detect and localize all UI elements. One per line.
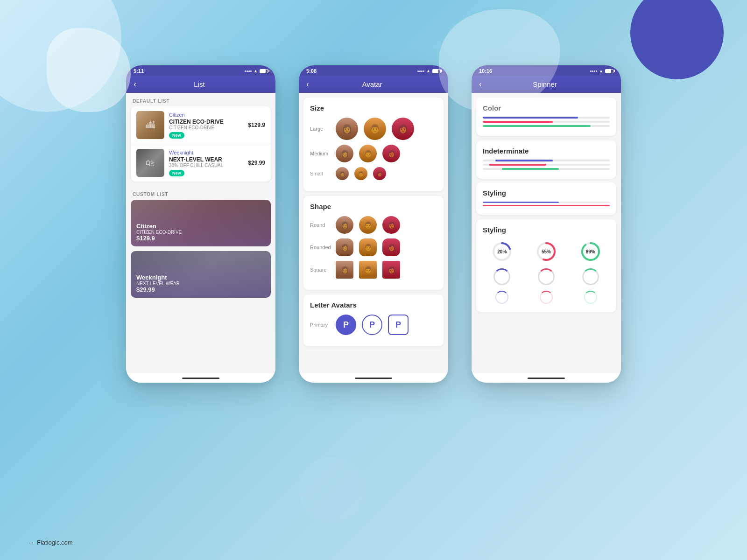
shape-title: Shape: [310, 203, 437, 210]
spinner-cell-blue: [483, 268, 521, 285]
size-small-label: Small: [310, 171, 336, 176]
color-bar-blue-track: [483, 117, 610, 119]
color-bar-green-track: [483, 125, 610, 127]
list-info-citizen: Citizen CITIZEN ECO-DRIVE CITIZEN ECO-DR…: [169, 112, 248, 139]
bg-decoration-5: [299, 457, 364, 523]
color-title: Color: [483, 104, 610, 112]
spinner-cell-small-red: [527, 291, 566, 304]
custom-info-citizen: Citizen CITIZEN ECO-DRIVE $129.9: [136, 223, 182, 242]
list-content: DEFAULT LIST 🏙 Citizen CITIZEN ECO-DRIVE…: [126, 93, 275, 373]
footer-link-text: Flatlogic.com: [37, 539, 73, 546]
avatar-group-small: 👩 👨 👩: [336, 167, 386, 180]
nav-title-1: List: [142, 80, 257, 88]
avatar-md-woman2: 👩: [382, 145, 400, 162]
custom-price-citizen: $129.9: [136, 235, 182, 242]
custom-name-citizen: CITIZEN ECO-DRIVE: [136, 230, 182, 235]
spinner-cell-red: [527, 268, 566, 285]
avatar-lg-woman2: 👩: [392, 118, 414, 140]
avatar-sm-man: 👨: [354, 167, 367, 180]
ind-bar-green: [502, 168, 559, 170]
footer-arrow: →: [28, 539, 34, 546]
spinner-rotating-blue: [493, 268, 510, 285]
status-bar-2: 5:08 ▲: [299, 65, 448, 76]
custom-price-weeknight: $29.99: [136, 286, 180, 293]
section-default-label: DEFAULT LIST: [126, 93, 275, 106]
list-brand-citizen: Citizen: [169, 112, 248, 118]
letter-avatar-group: P P P: [336, 315, 409, 335]
wifi-icon-3: ▲: [599, 69, 603, 73]
footer: → Flatlogic.com: [28, 539, 73, 546]
back-button-2[interactable]: ‹: [306, 79, 309, 89]
list-name-weeknight: NEXT-LEVEL WEAR: [169, 156, 248, 163]
styling-bar-red-track: [483, 205, 610, 206]
shape-rounded-label: Rounded: [310, 245, 336, 250]
spinner-cell-green: [571, 268, 610, 285]
avatar-row-medium: Medium 👩 👨 👩: [310, 145, 437, 162]
custom-brand-weeknight: Weeknight: [136, 274, 180, 281]
avatar-content: Size Large 👩 👨 👩 Medium 👩 👨: [299, 93, 448, 373]
battery-icon-3: [605, 69, 613, 73]
styling-bottom-title: Styling: [483, 226, 610, 234]
custom-item-citizen[interactable]: Citizen CITIZEN ECO-DRIVE $129.9: [131, 200, 271, 246]
spinner-small-red: [540, 291, 553, 304]
shape-round-m: 👨: [359, 216, 377, 234]
avatar-group-rounded: 👩 👨 👩: [336, 238, 400, 256]
spinner-cell-small-blue: [483, 291, 521, 304]
circle-progress-20: 20%: [491, 240, 513, 263]
signal-icon-3: [590, 70, 597, 72]
spinner-grid: 20% 55%: [483, 238, 610, 306]
status-icons-3: ▲: [590, 69, 613, 73]
nav-title-3: Spinner: [487, 80, 602, 88]
styling-top-section: Styling: [476, 182, 616, 215]
list-item-citizen[interactable]: 🏙 Citizen CITIZEN ECO-DRIVE CITIZEN ECO-…: [131, 106, 271, 144]
size-large-label: Large: [310, 126, 336, 132]
spinner-cell-89: 89%: [571, 240, 610, 263]
home-indicator-2: [355, 378, 392, 379]
list-item-weeknight[interactable]: 🛍 Weeknight NEXT-LEVEL WEAR 30% OFF CHIL…: [131, 144, 271, 182]
spinner-content: Color Indeterminate: [472, 93, 621, 373]
back-button-1[interactable]: ‹: [134, 79, 136, 89]
phone-bottom-1: [126, 373, 275, 383]
styling-bar-blue: [483, 202, 559, 203]
list-sub-citizen: CITIZEN ECO-DRIVE: [169, 125, 248, 130]
badge-new-citizen: New: [169, 132, 184, 139]
phone-avatar: 5:08 ▲ ‹ Avatar Size Large 👩: [299, 65, 448, 383]
letter-primary-label: Primary: [310, 322, 336, 328]
shape-rounded-w2: 👩: [382, 238, 400, 256]
avatar-group-large: 👩 👨 👩: [336, 118, 414, 140]
avatar-group-medium: 👩 👨 👩: [336, 145, 400, 162]
spinner-cell-20: 20%: [483, 240, 521, 263]
default-list-card: 🏙 Citizen CITIZEN ECO-DRIVE CITIZEN ECO-…: [131, 106, 271, 182]
list-thumb-weeknight: 🛍: [136, 149, 164, 177]
letter-avatar-outline: P: [362, 315, 382, 335]
styling-bar-red: [483, 205, 610, 206]
shape-row-rounded: Rounded 👩 👨 👩: [310, 238, 437, 256]
signal-icon-1: [245, 70, 252, 72]
color-bar-green: [483, 125, 591, 127]
circle-progress-89: 89%: [579, 240, 602, 263]
avatar-group-square: 👩 👨 👩: [336, 261, 400, 279]
shape-round-w: 👩: [336, 216, 353, 234]
avatar-lg-woman: 👩: [336, 118, 358, 140]
nav-bar-2: ‹ Avatar: [299, 76, 448, 93]
letter-section: Letter Avatars Primary P P P: [303, 294, 444, 346]
circle-progress-55: 55%: [535, 240, 557, 263]
styling-bottom-section: Styling 20%: [476, 219, 616, 312]
avatar-row-small: Small 👩 👨 👩: [310, 167, 437, 180]
status-icons-2: ▲: [417, 69, 441, 73]
wifi-icon-1: ▲: [254, 69, 258, 73]
spinner-small-blue: [495, 291, 508, 304]
color-bar-blue: [483, 117, 578, 119]
list-price-citizen: $129.9: [248, 122, 265, 128]
avatar-row-large: Large 👩 👨 👩: [310, 118, 437, 140]
indeterminate-title: Indeterminate: [483, 147, 610, 155]
custom-item-weeknight[interactable]: Weeknight NEXT-LEVEL WEAR $29.99: [131, 251, 271, 298]
letter-avatar-border: P: [388, 315, 409, 335]
status-bar-1: 5:11 ▲: [126, 65, 275, 76]
back-button-3[interactable]: ‹: [479, 79, 482, 89]
shape-square-w: 👩: [336, 261, 353, 279]
status-icons-1: ▲: [245, 69, 268, 73]
spinner-cell-small-green: [571, 291, 610, 304]
avatar-md-woman: 👩: [336, 145, 353, 162]
avatar-group-round: 👩 👨 👩: [336, 216, 400, 234]
